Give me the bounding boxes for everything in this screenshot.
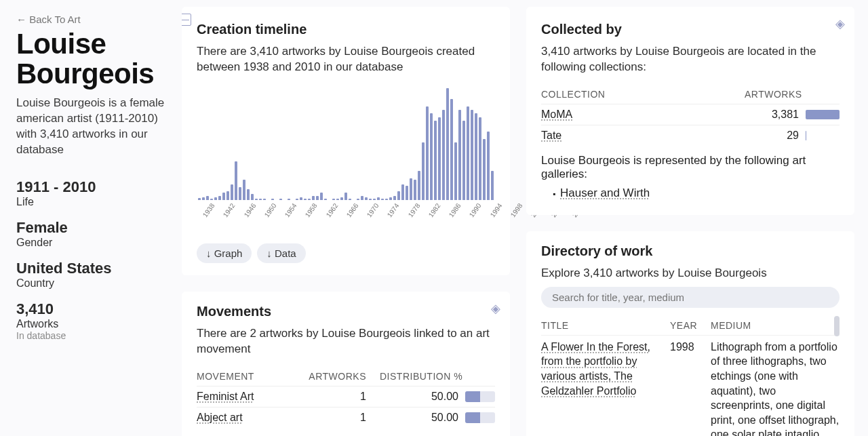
works-header-title: TITLE — [541, 320, 663, 331]
fact-life-label: Life — [16, 196, 170, 208]
left-column: Creation timeline There are 3,410 artwor… — [182, 7, 510, 429]
fact-artworks-value: 3,410 — [16, 300, 170, 318]
collection-bar — [806, 108, 840, 121]
table-row: Tate29 — [541, 125, 840, 146]
movement-dist: 50.00 — [380, 391, 495, 403]
fact-artworks: 3,410 Artworks In database — [16, 300, 170, 341]
timeline-bar — [377, 197, 380, 200]
timeline-title: Creation timeline — [197, 22, 495, 37]
timeline-bar — [373, 199, 376, 200]
collection-count: 29 — [745, 130, 806, 142]
back-link[interactable]: ← Back To Art — [16, 14, 170, 25]
timeline-bar — [349, 199, 351, 200]
works-header: TITLE YEAR MEDIUM — [541, 316, 840, 335]
work-title-link[interactable]: A Flower In the Forest, from the portfol… — [541, 341, 650, 397]
collected-title: Collected by — [541, 22, 840, 37]
download-graph-button[interactable]: ↓ Graph — [197, 243, 252, 263]
fact-country-value: United States — [16, 260, 170, 277]
timeline-bar — [255, 199, 258, 200]
timeline-bar — [361, 196, 363, 200]
timeline-bar — [231, 184, 233, 200]
timeline-chart — [197, 85, 495, 200]
timeline-bar — [222, 193, 225, 200]
timeline-bar — [434, 121, 437, 200]
timeline-bar — [487, 132, 490, 200]
gallery-list: Hauser and Wirth — [541, 186, 840, 200]
fact-life-value: 1911 - 2010 — [16, 178, 170, 196]
fact-country: United States Country — [16, 260, 170, 290]
directory-lead: Explore 3,410 artworks by Louise Bourgeo… — [541, 266, 840, 281]
timeline-bar — [389, 197, 392, 200]
timeline-bar — [312, 196, 315, 200]
timeline-card: Creation timeline There are 3,410 artwor… — [182, 7, 510, 275]
table-row: Abject art150.00 — [197, 407, 495, 428]
collected-card: ◈ Collected by 3,410 artworks by Louise … — [526, 7, 854, 215]
timeline-bar — [324, 199, 327, 200]
directory-card: Directory of work Explore 3,410 artworks… — [526, 231, 854, 436]
timeline-bar — [218, 196, 221, 200]
timeline-bar — [247, 189, 250, 200]
timeline-bar — [426, 106, 429, 200]
timeline-bar — [271, 199, 274, 200]
movement-count: 1 — [305, 391, 380, 403]
collection-link[interactable]: MoMA — [541, 108, 572, 120]
timeline-bar — [344, 193, 347, 200]
work-year: 1998 — [670, 340, 704, 436]
timeline-bar — [369, 199, 372, 200]
table-row: Feminist Art150.00 — [197, 386, 495, 407]
timeline-bar — [235, 161, 237, 200]
timeline-bar — [483, 139, 486, 200]
timeline-bar — [385, 199, 388, 200]
timeline-bar — [320, 193, 323, 200]
timeline-bar — [202, 197, 205, 200]
diamond-icon[interactable]: ◈ — [491, 301, 500, 316]
work-medium: Lithograph from a portfolio of three lit… — [711, 340, 840, 436]
scrollbar-thumb[interactable] — [834, 316, 840, 336]
timeline-bar — [454, 142, 457, 200]
timeline-bar — [414, 180, 416, 200]
timeline-bar — [198, 198, 201, 200]
movement-link[interactable]: Abject art — [197, 412, 243, 423]
directory-search-input[interactable] — [541, 287, 840, 308]
download-data-button[interactable]: ↓ Data — [257, 243, 305, 263]
timeline-bar — [462, 121, 465, 200]
collection-count: 3,381 — [745, 108, 806, 121]
gallery-link[interactable]: Hauser and Wirth — [560, 186, 650, 199]
timeline-lead: There are 3,410 artworks by Louise Bourg… — [197, 44, 495, 75]
timeline-bar — [239, 187, 241, 200]
artist-description: Louise Bourgeois is a female american ar… — [16, 96, 170, 158]
movements-header-row: MOVEMENT ARTWORKS DISTRIBUTION % — [197, 367, 495, 386]
movements-header-dist: DISTRIBUTION % — [380, 371, 495, 382]
fact-life: 1911 - 2010 Life — [16, 178, 170, 208]
directory-title: Directory of work — [541, 243, 840, 259]
fact-gender-label: Gender — [16, 237, 170, 249]
collection-link[interactable]: Tate — [541, 130, 561, 141]
timeline-bar — [206, 196, 209, 200]
timeline-xaxis: 1938194219461950195419581962196619701974… — [197, 200, 495, 229]
timeline-bar — [475, 113, 477, 200]
fact-gender: Female Gender — [16, 219, 170, 249]
movement-link[interactable]: Feminist Art — [197, 391, 254, 402]
movement-count: 1 — [305, 412, 380, 424]
diamond-icon[interactable]: ◈ — [835, 16, 845, 31]
timeline-bar — [397, 191, 400, 200]
timeline-bar — [438, 117, 441, 200]
timeline-bar — [308, 199, 311, 200]
outline-icon[interactable] — [182, 14, 191, 26]
movements-lead: There are 2 artworks by Louise Bourgeois… — [197, 326, 495, 357]
fact-artworks-label: Artworks — [16, 318, 170, 330]
gallery-lead: Louise Bourgeois is represented by the f… — [541, 154, 840, 181]
timeline-bar — [418, 171, 420, 200]
timeline-bar — [332, 199, 335, 200]
movements-header-name: MOVEMENT — [197, 371, 305, 382]
timeline-bar — [450, 99, 453, 200]
collected-header-row: COLLECTION ARTWORKS — [541, 85, 840, 104]
timeline-buttons: ↓ Graph ↓ Data — [197, 243, 495, 263]
movements-header-count: ARTWORKS — [305, 371, 380, 382]
works-table: TITLE YEAR MEDIUM A Flower In the Forest… — [541, 316, 840, 436]
table-row: MoMA3,381 — [541, 104, 840, 125]
list-item: Hauser and Wirth — [560, 186, 840, 200]
timeline-bar — [357, 199, 359, 200]
main-content: Creation timeline There are 3,410 artwor… — [182, 0, 868, 436]
works-header-medium: MEDIUM — [711, 320, 840, 331]
